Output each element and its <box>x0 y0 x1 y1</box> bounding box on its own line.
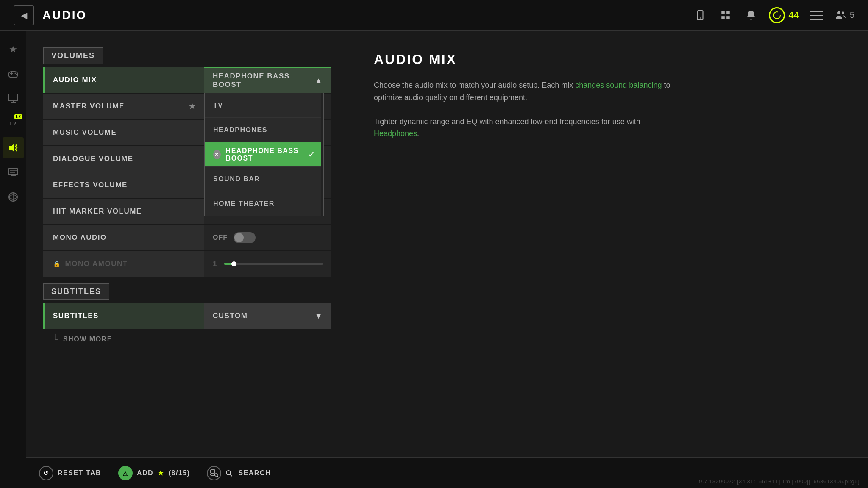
volumes-label: VOLUMES <box>43 47 103 64</box>
svg-rect-14 <box>11 72 12 75</box>
reset-tab-button[interactable]: ↺ RESET TAB <box>39 466 101 480</box>
sidebar-item-controller[interactable] <box>3 64 24 85</box>
music-volume-label: MUSIC VOLUME <box>43 120 204 145</box>
back-button[interactable]: ◀ <box>14 5 34 25</box>
mono-amount-value: 1 <box>204 251 331 277</box>
svg-point-10 <box>837 11 840 14</box>
sidebar-item-favorites[interactable]: ★ <box>3 39 24 60</box>
sidebar-item-audio[interactable] <box>3 137 24 158</box>
score-value: 44 <box>788 10 798 21</box>
dropdown-item-headphones-label: HEADPHONES <box>213 126 267 134</box>
dropdown-item-headphone-bass-boost[interactable]: ✕ HEADPHONE BASS BOOST ✓ <box>205 142 323 167</box>
dialogue-volume-label: DIALOGUE VOLUME <box>43 146 204 172</box>
subtitles-line <box>109 292 331 292</box>
search-button[interactable]: SEARCH <box>207 466 271 480</box>
search-magnify-icon <box>225 470 232 477</box>
volumes-section-header: VOLUMES <box>43 47 331 64</box>
dropdown-item-tv[interactable]: TV <box>205 93 323 118</box>
favorites-icon: ★ <box>9 44 17 55</box>
svg-rect-21 <box>8 169 18 175</box>
svg-point-32 <box>226 471 231 475</box>
mono-audio-label: MONO AUDIO <box>43 225 204 250</box>
audio-mix-selected: HEADPHONE BASS BOOST <box>213 72 315 89</box>
svg-rect-3 <box>727 11 730 14</box>
subtitles-label: SUBTITLES <box>43 283 109 300</box>
version-text: 9.7.13200072 [34:31:1561+11] Tm [7000][1… <box>699 478 860 485</box>
mono-audio-value[interactable]: OFF <box>204 225 331 250</box>
subtitles-value: CUSTOM <box>213 312 248 320</box>
dropdown-item-home-theater[interactable]: HOME THEATER <box>205 191 323 216</box>
mono-audio-row[interactable]: MONO AUDIO OFF <box>43 225 331 250</box>
audio-mix-container: AUDIO MIX HEADPHONE BASS BOOST ▲ TV HEAD… <box>43 67 331 93</box>
add-button[interactable]: △ ADD ★ (8/15) <box>118 466 190 480</box>
subtitles-section-header: SUBTITLES <box>43 283 331 300</box>
players-count: 5 <box>850 10 854 20</box>
dropdown-item-sound-bar-label: SOUND BAR <box>213 175 260 183</box>
svg-rect-7 <box>810 11 823 12</box>
svg-marker-20 <box>9 144 14 152</box>
score-display: 44 <box>769 7 798 23</box>
dropdown-item-headphone-bass-boost-label: HEADPHONE BASS BOOST <box>226 147 308 162</box>
sidebar-item-interface[interactable] <box>3 88 24 109</box>
svg-point-1 <box>700 17 701 19</box>
dropdown-item-home-theater-label: HOME THEATER <box>213 200 275 208</box>
svg-rect-4 <box>722 16 725 19</box>
sidebar-item-display[interactable] <box>3 162 24 183</box>
mono-amount-lock-icon: 🔒 <box>53 261 61 267</box>
hit-marker-volume-label: HIT MARKER VOLUME <box>43 199 204 224</box>
topbar: ◀ AUDIO 44 5 <box>0 0 868 30</box>
right-panel: AUDIO MIX Choose the audio mix to match … <box>348 30 868 488</box>
search-btn-icon <box>207 466 221 480</box>
audio-mix-chevron: ▲ <box>315 76 323 85</box>
score-circle <box>769 7 785 23</box>
info-link-2[interactable]: Headphones <box>374 129 417 138</box>
svg-line-31 <box>217 476 218 477</box>
l2-icon: L2 <box>10 120 16 127</box>
info-desc-text-2: Tighter dynamic range and EQ with enhanc… <box>374 117 640 126</box>
topbar-right: 44 5 <box>693 7 854 23</box>
add-icon: △ <box>118 466 133 480</box>
reset-tab-label: RESET TAB <box>58 469 101 477</box>
mono-audio-toggle[interactable] <box>234 232 256 243</box>
info-desc-text-2b: . <box>417 129 419 138</box>
info-description-1: Choose the audio mix to match your audio… <box>374 79 670 104</box>
dropdown-item-sound-bar[interactable]: SOUND BAR <box>205 167 323 191</box>
sidebar-item-network[interactable] <box>3 186 24 208</box>
menu-icon[interactable] <box>809 8 824 23</box>
phone-icon[interactable] <box>693 8 708 23</box>
svg-rect-29 <box>211 474 215 475</box>
svg-rect-2 <box>722 11 725 14</box>
add-count: (8/15) <box>169 469 190 477</box>
grid-icon[interactable] <box>718 8 733 23</box>
subtitles-row[interactable]: SUBTITLES CUSTOM ▼ <box>43 303 331 329</box>
subtitles-row-value[interactable]: CUSTOM ▼ <box>204 303 331 329</box>
sidebar: ★ L2 L2 <box>0 30 26 488</box>
subtitles-section: SUBTITLES SUBTITLES CUSTOM ▼ └ SHOW MORE <box>43 283 331 349</box>
check-icon: ✓ <box>308 150 315 159</box>
dropdown-item-headphones[interactable]: HEADPHONES <box>205 118 323 142</box>
page-title: AUDIO <box>42 8 87 22</box>
info-link-1[interactable]: changes sound balancing <box>575 81 662 89</box>
add-label: ADD <box>137 469 153 477</box>
audio-mix-label: AUDIO MIX <box>43 67 204 93</box>
audio-mix-dropdown: TV HEADPHONES ✕ HEADPHONE BASS BOOST ✓ S… <box>204 93 324 216</box>
show-more-button[interactable]: └ SHOW MORE <box>43 330 331 349</box>
show-more-label: SHOW MORE <box>63 336 112 343</box>
svg-line-33 <box>230 474 232 476</box>
subtitles-row-label: SUBTITLES <box>43 303 204 329</box>
svg-point-16 <box>16 74 17 75</box>
mono-amount-label: 🔒 MONO AMOUNT <box>43 251 204 277</box>
info-desc-text-1: Choose the audio mix to match your audio… <box>374 81 575 89</box>
dropdown-item-tv-label: TV <box>213 102 223 109</box>
sidebar-item-l2[interactable]: L2 L2 <box>3 113 24 134</box>
svg-rect-9 <box>810 19 823 20</box>
info-title: AUDIO MIX <box>374 52 843 67</box>
slider-thumb <box>231 261 236 266</box>
dropdown-scrollbar <box>321 93 323 216</box>
effects-volume-label: EFFECTS VOLUME <box>43 172 204 198</box>
bell-icon[interactable] <box>743 8 759 23</box>
audio-mix-value[interactable]: HEADPHONE BASS BOOST ▲ <box>204 67 331 93</box>
mono-audio-toggle-wrap: OFF <box>213 232 256 243</box>
audio-mix-row[interactable]: AUDIO MIX HEADPHONE BASS BOOST ▲ <box>43 67 331 93</box>
add-star-icon: ★ <box>158 469 164 477</box>
